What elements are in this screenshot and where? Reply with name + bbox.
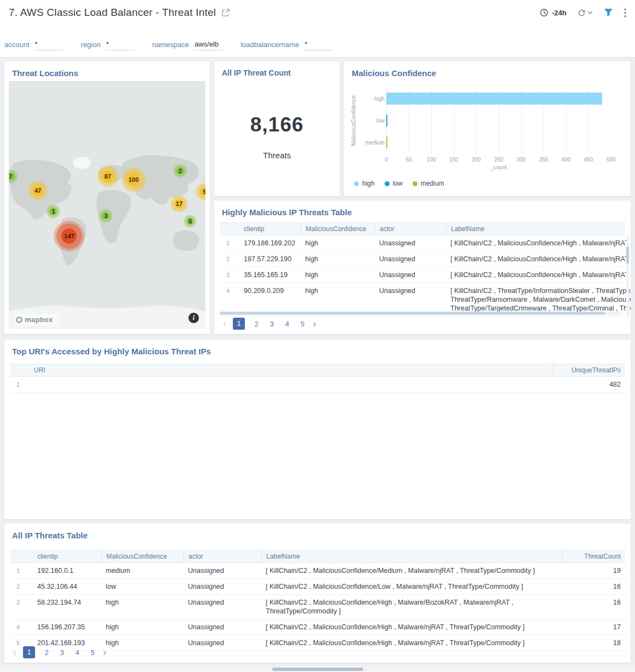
table-row[interactable]: 1 192.160.0.1 medium Unassigned [ KillCh… <box>10 563 625 579</box>
threat-bubble[interactable]: 147 <box>54 221 84 251</box>
table-row[interactable]: 3 58.232.194.74 high Unassigned [ KillCh… <box>10 595 625 619</box>
cell-labelname: [ KillChain/C2 , MaliciousConfidence/Low… <box>261 579 562 594</box>
highly-malicious-panel: Highly Malicious IP Threats Table client… <box>214 200 631 334</box>
column-header-index <box>10 550 33 562</box>
time-range-control[interactable]: -24h <box>540 8 567 17</box>
next-page-icon[interactable]: › <box>101 647 108 658</box>
column-header-clientip[interactable]: clientip <box>33 550 101 562</box>
bar-high[interactable] <box>386 93 602 105</box>
confidence-cats: highlowmedium <box>363 88 385 153</box>
filter-label: loadbalancername <box>241 41 299 50</box>
table-row[interactable]: 2 187.57.229.190 high Unassigned [ KillC… <box>220 251 625 267</box>
threat-bubble[interactable]: 3 <box>99 209 113 223</box>
row-index: 3 <box>220 267 239 283</box>
filter-input[interactable]: aws/elb <box>193 40 223 50</box>
page-number-button[interactable]: 4 <box>283 320 291 328</box>
malicious-confidence-panel: Malicious Confidence MaliciousConfidence… <box>344 61 631 196</box>
threat-bubble[interactable]: 7 <box>9 169 18 183</box>
threat-bubble[interactable]: 17 <box>170 195 188 212</box>
legend-item-high[interactable]: high <box>354 180 375 187</box>
bar-medium[interactable] <box>386 136 387 148</box>
cell-clientip: 156.196.207.35 <box>33 619 101 635</box>
filter-input[interactable]: * <box>105 40 135 50</box>
threat-bubble[interactable]: 5 <box>184 215 197 228</box>
page-number-button[interactable]: 5 <box>89 648 96 657</box>
cell-threatcount: 19 <box>562 563 625 578</box>
horizontal-scrollbar-thumb[interactable] <box>220 312 605 315</box>
dashboard-filter: loadbalancername * <box>241 40 333 50</box>
dashboard-header: 7. AWS Classic Load Balancer - Threat In… <box>0 0 635 25</box>
confidence-plot <box>386 88 611 153</box>
panel-title: All IP Threats Table <box>4 524 631 544</box>
threat-bubble[interactable]: 87 <box>97 165 119 187</box>
map-info-icon[interactable]: i <box>188 313 199 323</box>
threat-bubble[interactable]: 5 <box>196 183 205 200</box>
column-header-labelname[interactable]: LabelName <box>261 550 562 562</box>
column-header-maliciousconfidence[interactable]: MaliciousConfidence <box>101 550 184 562</box>
page-number-button[interactable]: 2 <box>253 320 260 328</box>
page-number-button[interactable]: 5 <box>299 320 306 328</box>
vertical-scrollbar-thumb[interactable] <box>626 246 629 264</box>
column-header-clientip[interactable]: clientip <box>239 223 301 235</box>
threat-bubble[interactable]: 47 <box>28 181 48 200</box>
next-page-icon[interactable]: › <box>311 318 318 329</box>
legend-dot-icon <box>385 181 390 186</box>
cell-actor: Unassigned <box>375 236 446 251</box>
cell-threatcount: 16 <box>562 595 625 610</box>
cell-actor: Unassigned <box>184 563 261 578</box>
column-header-labelname[interactable]: LabelName <box>446 223 625 235</box>
table-row[interactable]: 3 35.165.165.19 high Unassigned [ KillCh… <box>220 267 625 283</box>
cell-actor: Unassigned <box>184 619 261 635</box>
cell-confidence: high <box>101 635 184 651</box>
x-tick-label: 350 <box>539 157 548 163</box>
column-header-threatcount[interactable]: ThreatCount <box>562 550 625 562</box>
threat-bubble[interactable]: 2 <box>173 164 187 178</box>
table-row[interactable]: 1 482 <box>10 377 625 393</box>
threat-bubble[interactable]: 100 <box>121 167 146 192</box>
cell-confidence: high <box>301 283 375 298</box>
threat-bubble[interactable]: 1 <box>46 204 60 219</box>
page-number-button[interactable]: 1 <box>23 646 35 658</box>
page-number-button[interactable]: 3 <box>58 648 66 657</box>
refresh-control[interactable] <box>577 9 593 17</box>
open-in-new-icon[interactable] <box>221 8 230 17</box>
table-row[interactable]: 2 45.32.106.44 low Unassigned [ KillChai… <box>10 579 625 595</box>
threat-map[interactable]: 747187100321751475 mapbox i <box>9 81 205 329</box>
column-header-uniquethreatips[interactable]: UniqueThreatIPs <box>553 364 625 376</box>
cell-actor: Unassigned <box>184 579 261 594</box>
confidence-legend: highlowmedium <box>354 180 444 187</box>
filter-input[interactable]: * <box>34 40 64 50</box>
cell-labelname: [ KillChain/C2 , MaliciousConfidence/Hig… <box>446 267 631 283</box>
y-axis-label: MaliciousConfidence <box>351 88 357 153</box>
filter-input[interactable]: * <box>304 40 333 50</box>
cell-confidence: high <box>101 619 184 635</box>
page-number-button[interactable]: 3 <box>268 320 276 328</box>
table-row[interactable]: 1 179.186.169.202 high Unassigned [ Kill… <box>220 236 625 251</box>
prev-page-icon[interactable]: ‹ <box>11 647 19 658</box>
prev-page-icon[interactable]: ‹ <box>221 318 228 329</box>
legend-item-low[interactable]: low <box>385 180 403 187</box>
cell-labelname: [ KillChain/C2 , ThreatType/InformationS… <box>446 283 631 316</box>
page-number-button[interactable]: 2 <box>43 648 50 657</box>
page-number-button[interactable]: 4 <box>73 648 81 657</box>
bar-low[interactable] <box>386 114 387 127</box>
y-tick-label: low <box>363 110 385 131</box>
column-header-uri[interactable]: URI <box>30 364 553 376</box>
column-header-actor[interactable]: actor <box>375 223 446 235</box>
table-header-row: clientip MaliciousConfidence actor Label… <box>220 222 625 236</box>
column-header-actor[interactable]: actor <box>184 550 261 562</box>
panel-title: Threat Locations <box>4 61 210 82</box>
page-number-button[interactable]: 1 <box>233 318 245 330</box>
filter-icon[interactable] <box>604 8 613 17</box>
dashboard-filter: region * <box>81 40 135 50</box>
page-horizontal-scrollbar-thumb[interactable] <box>272 668 363 671</box>
mapbox-attribution[interactable]: mapbox <box>13 314 59 325</box>
table-body: 1 482 <box>10 377 625 393</box>
table-row[interactable]: 4 156.196.207.35 high Unassigned [ KillC… <box>10 619 625 635</box>
column-header-maliciousconfidence[interactable]: MaliciousConfidence <box>301 223 375 235</box>
table-body: 1 179.186.169.202 high Unassigned [ Kill… <box>220 236 625 317</box>
kebab-menu-icon[interactable] <box>624 8 626 18</box>
page-horizontal-scrollbar <box>0 667 635 672</box>
legend-item-medium[interactable]: medium <box>413 180 444 187</box>
all-ip-threats-table: clientip MaliciousConfidence actor Label… <box>10 550 625 651</box>
